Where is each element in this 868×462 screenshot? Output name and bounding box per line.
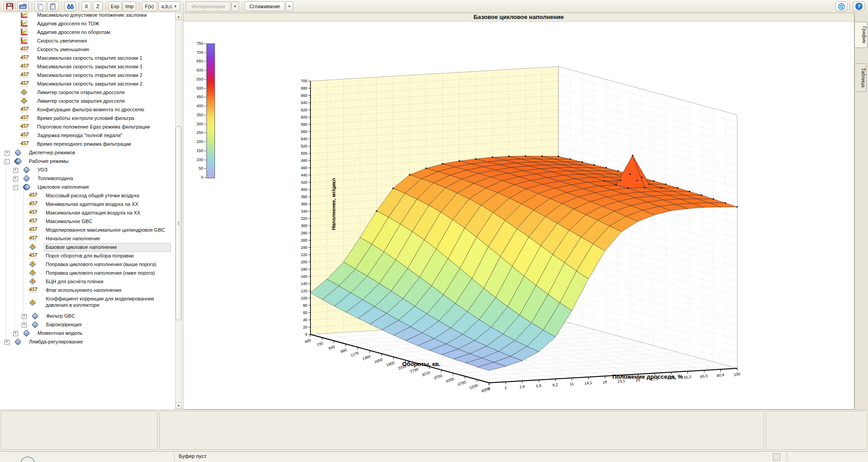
tree-item[interactable]: 457Максимальная скорость открытия заслон… — [0, 54, 174, 62]
tree-item[interactable]: -Рабочие режимы — [0, 157, 174, 166]
settings-button[interactable] — [835, 1, 848, 11]
surface-plot-3d[interactable]: 0204060801001201401601802002202402602803… — [183, 21, 855, 410]
tree-item[interactable]: 457Максимальная скорость закрытия заслон… — [0, 80, 174, 88]
chart-icon — [20, 20, 28, 27]
tree-item[interactable]: 457Время переходного режима фильтрации — [0, 140, 174, 148]
svg-text:Положение дросселя, %: Положение дросселя, % — [612, 373, 683, 380]
smoothing-dropdown[interactable]: ▼ — [286, 1, 293, 11]
tree-expander-plus[interactable]: + — [13, 168, 18, 173]
chevron-down-icon: ▼ — [234, 5, 237, 9]
svg-text:80,4: 80,4 — [716, 372, 725, 378]
tree-expander-minus[interactable]: - — [13, 185, 18, 190]
fx-button[interactable]: F(x) — [142, 1, 157, 11]
tree-item-label: Базовое цикловое наполнение — [46, 244, 117, 250]
tree-item[interactable]: +УОЗ — [0, 166, 174, 174]
tree-item[interactable]: Лимитер скорости закрытия дросселя — [0, 97, 174, 105]
tree-expander-plus[interactable]: + — [22, 314, 27, 319]
tree-item[interactable]: 457Максимальное GBC — [0, 217, 174, 226]
svg-text:?: ? — [857, 4, 860, 9]
tree-item-label: Минимальная адаптация воздуха на ХХ — [46, 201, 138, 207]
svg-text:20: 20 — [303, 325, 308, 329]
svg-text:580: 580 — [301, 122, 307, 127]
open-button[interactable] — [17, 1, 29, 11]
open-folder-icon — [19, 3, 27, 10]
interpolation-dropdown[interactable]: ▼ — [231, 1, 239, 11]
tree-expander-plus[interactable]: + — [5, 340, 10, 345]
tree-item[interactable]: +Лямбда-регулирование — [0, 338, 174, 346]
tree-item[interactable]: +Барокоррекция — [0, 320, 174, 329]
tree-item[interactable]: Максимально допустимое положение заслонк… — [0, 13, 174, 19]
svg-text:160: 160 — [301, 274, 307, 279]
save-button[interactable] — [4, 1, 15, 11]
interpolation-button[interactable]: Интерполяция — [186, 1, 231, 11]
tree-guide-line — [23, 187, 24, 325]
tree-item[interactable]: Скорость увеличения — [0, 37, 174, 45]
surf-icon — [29, 269, 36, 276]
tree-item[interactable]: +Фильтр GBC — [0, 312, 174, 320]
tree-item[interactable]: -Цикловое наполнение — [0, 183, 174, 191]
tab-table[interactable]: Таблица — [855, 63, 867, 92]
tree-item-label: Скорость увеличения — [37, 38, 87, 43]
search-button[interactable] — [64, 1, 76, 11]
tree-item[interactable]: Аддитив дросселя по оборотам — [0, 28, 174, 37]
num457-icon: 457 — [20, 114, 28, 122]
tree-item[interactable]: 457Максимальная скорость открытия заслон… — [0, 71, 174, 80]
folder-icon — [23, 329, 30, 337]
tree-item[interactable]: 457Порог оборотов для выбора поправки — [0, 252, 174, 260]
svg-text:3700: 3700 — [433, 373, 443, 381]
tree-scroll-up-arrow[interactable]: ▲ — [175, 13, 182, 20]
export-button[interactable]: Exp — [108, 1, 122, 11]
tree-item[interactable]: Поправка циклового наполнения (выше поро… — [0, 260, 174, 269]
tree-item[interactable]: Поправка циклового наполнения (ниже поро… — [0, 269, 174, 277]
tree-scroll-down-arrow[interactable]: ▼ — [175, 402, 182, 409]
tree-item[interactable]: Аддитив дросселя по ТОЖ — [0, 19, 174, 28]
toolbar-separator — [62, 2, 62, 11]
tree-item[interactable]: 457Пороговое положение Egas режима фильт… — [0, 123, 174, 131]
tree-item[interactable]: +Моментная модель — [0, 329, 174, 338]
tree-item[interactable]: 457Минимальная адаптация воздуха на ХХ — [0, 200, 174, 209]
tree-item[interactable]: 457Время работы контроля условий фильтра — [0, 114, 174, 123]
smoothing-button[interactable]: Сглаживание — [244, 1, 285, 11]
tree-item[interactable]: 457Скорость уменьшения — [0, 45, 174, 54]
copy-button[interactable] — [34, 1, 46, 11]
tree-item[interactable]: Лимитер скорости открытия дросселя — [0, 88, 174, 97]
status-grip[interactable] — [773, 453, 780, 461]
tree-expander-plus[interactable]: + — [13, 176, 18, 181]
tree-item[interactable]: 457Максимальная адаптация воздуха на ХХ — [0, 209, 174, 217]
copy-icon — [37, 3, 44, 10]
svg-text:240: 240 — [301, 245, 307, 250]
tree-item[interactable]: Базовое цикловое наполнение — [0, 243, 174, 252]
tree-item[interactable]: 457Массовый расход общей утечки воздуха — [0, 191, 174, 200]
svg-text:65,5: 65,5 — [700, 373, 708, 379]
tree-item[interactable]: 457Начальное наполнение — [0, 234, 174, 243]
tree-item[interactable]: Коэффициент коррекции для моделированния… — [0, 295, 174, 312]
tree-item[interactable]: +Топливоподача — [0, 174, 174, 183]
tree-item-label: УОЗ — [38, 167, 48, 172]
tree-item[interactable]: +Диспетчер режимов — [0, 148, 174, 157]
view-options-group — [1, 411, 157, 450]
svg-text:14,1: 14,1 — [584, 380, 592, 386]
tree-item[interactable]: 457Максимальная скорость закрытия заслон… — [0, 62, 174, 71]
tree-item-label: Флаг используемого наполнения — [46, 287, 121, 293]
tree-expander-plus[interactable]: + — [13, 331, 18, 336]
tree-item[interactable]: 457Задержка перехода "полной педали" — [0, 131, 174, 140]
svg-text:200: 200 — [301, 260, 307, 264]
tree-item[interactable]: БЦН для расчёта плёнки — [0, 277, 174, 286]
tree-item-label: Поправка циклового наполнения (ниже поро… — [46, 270, 155, 276]
abc-button[interactable]: a,b,c ▼ — [158, 1, 180, 11]
help-button[interactable]: ? — [853, 1, 865, 11]
tree-item[interactable]: 457Флаг используемого наполнения — [0, 286, 174, 295]
z-axis-button[interactable]: Z — [93, 1, 103, 11]
tree-item-label: Максимальная скорость закрытия заслонки … — [37, 81, 143, 86]
x-axis-button[interactable]: X — [81, 1, 91, 11]
tree-scrollbar-thumb[interactable] — [176, 126, 181, 320]
tree-item[interactable]: 457Моделированное максимальное цилиндров… — [0, 226, 174, 234]
tab-graph[interactable]: График — [855, 22, 868, 48]
tree-expander-plus[interactable]: + — [22, 323, 27, 328]
tree-item[interactable]: 457Конфигурация фильтра момента по дросс… — [0, 105, 174, 114]
tree-expander-minus[interactable]: - — [5, 159, 10, 164]
import-button[interactable]: Imp — [123, 1, 136, 11]
svg-text:380: 380 — [301, 195, 307, 199]
paste-button[interactable] — [47, 1, 59, 11]
tree-expander-plus[interactable]: + — [5, 151, 10, 156]
